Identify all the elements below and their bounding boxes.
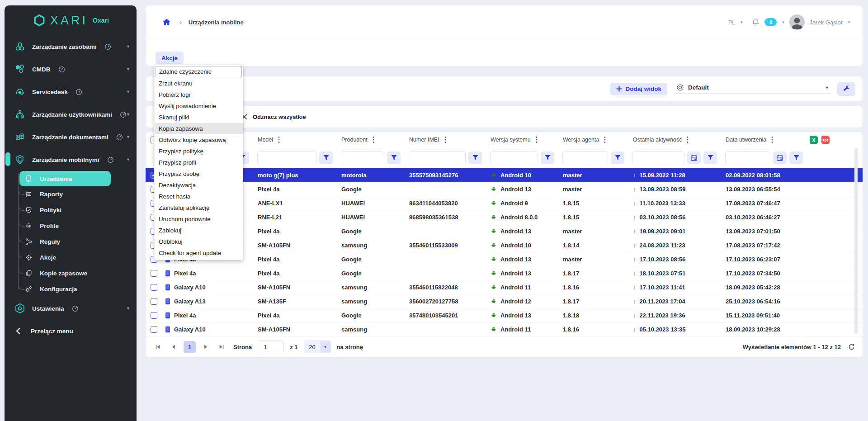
column-menu-icon[interactable] xyxy=(373,136,374,143)
actions-menu-item[interactable]: Zablokuj xyxy=(155,225,243,236)
funnel-filter-button[interactable] xyxy=(319,151,333,164)
table-row[interactable]: Galaxy A10 SM-A105FN samsung 35546011582… xyxy=(146,280,863,294)
sidebar-group-item[interactable]: CMDB ▼ xyxy=(5,58,137,80)
table-row[interactable]: Galaxy A13 SM-A135F samsung 356002720127… xyxy=(146,294,863,308)
funnel-filter-button[interactable] xyxy=(611,151,624,164)
funnel-filter-button[interactable] xyxy=(387,151,401,164)
last-page-button[interactable] xyxy=(216,341,227,353)
home-icon[interactable] xyxy=(162,18,171,27)
column-filter-input[interactable] xyxy=(341,151,384,164)
column-header[interactable]: Model xyxy=(255,136,338,143)
funnel-filter-button[interactable] xyxy=(703,151,717,164)
row-checkbox[interactable] xyxy=(151,312,157,319)
sidebar-group-item[interactable]: Zarządzanie użytkownikami ▼ xyxy=(5,103,137,126)
calendar-filter-button[interactable] xyxy=(687,151,701,164)
actions-menu-item[interactable]: Przypisz politykę xyxy=(155,146,243,157)
sidebar-group-item[interactable]: Zarządzanie dokumentami ▼ xyxy=(5,126,137,148)
column-header[interactable]: Wersja systemu xyxy=(487,136,560,143)
sidebar-sub-item[interactable]: Polityki xyxy=(5,202,137,218)
table-scrollbar[interactable] xyxy=(854,148,858,334)
table-row[interactable]: Pixel 4a Google Android 13 master ↑ 13.0… xyxy=(146,182,863,196)
table-row[interactable]: ✓ moto g(7) plus motorola 35557509314527… xyxy=(146,168,863,182)
add-view-button[interactable]: Dodaj widok xyxy=(610,83,667,95)
actions-menu-item[interactable]: Zdalne czyszczenie xyxy=(156,66,242,77)
breadcrumb-link[interactable]: Urządzenia mobilne xyxy=(189,19,244,26)
column-header[interactable]: Data utworzenia xyxy=(722,136,808,143)
table-row[interactable]: Pixel 4a Google Android 13 master ↑ 19.0… xyxy=(146,224,863,238)
column-menu-icon[interactable] xyxy=(444,136,446,143)
first-page-button[interactable] xyxy=(152,341,164,353)
sidebar-sub-item[interactable]: Akcje xyxy=(5,250,137,265)
sidebar-sub-item[interactable]: Urządzenia xyxy=(19,171,111,186)
export-excel-icon[interactable]: X xyxy=(809,135,818,144)
actions-menu-item[interactable]: Uruchom ponownie xyxy=(155,213,243,225)
calendar-filter-button[interactable] xyxy=(773,151,787,164)
actions-menu-item[interactable]: Odtwórz kopię zapasową xyxy=(155,134,243,146)
column-filter-input[interactable] xyxy=(409,151,466,164)
actions-menu-item[interactable]: Zrzut ekranu xyxy=(155,78,243,89)
column-menu-icon[interactable] xyxy=(687,136,689,143)
column-filter-input[interactable] xyxy=(632,151,684,164)
actions-button[interactable]: Akcje xyxy=(156,52,184,64)
actions-menu-item[interactable]: Odblokuj xyxy=(155,236,243,247)
funnel-filter-button[interactable] xyxy=(789,151,803,164)
brand-logo[interactable]: XARI Oxari xyxy=(5,5,137,35)
table-row[interactable]: Pixel 4a Pixel 4a Google Android 13 mast… xyxy=(146,252,863,266)
column-filter-input[interactable] xyxy=(725,151,770,164)
sidebar-sub-item[interactable]: Kopie zapasowe xyxy=(5,265,137,281)
column-filter-input[interactable] xyxy=(257,151,316,164)
actions-menu-item[interactable]: Przypisz osobę xyxy=(155,168,243,180)
actions-menu-item[interactable]: Pobierz logi xyxy=(155,89,243,100)
actions-menu-item[interactable]: Zainstaluj aplikację xyxy=(155,202,243,213)
column-header[interactable]: Ostatnia aktywność xyxy=(630,136,722,143)
row-checkbox[interactable] xyxy=(151,270,157,277)
funnel-filter-button[interactable] xyxy=(541,151,554,164)
actions-menu-item[interactable]: Kopia zapasowa xyxy=(155,123,243,134)
table-row[interactable]: Pixel 4a Pixel 4a Google Android 13 1.8.… xyxy=(146,266,863,280)
column-header[interactable]: Produdent xyxy=(338,136,406,143)
sidebar-sub-item[interactable]: Konfiguracja xyxy=(5,281,137,297)
page-number-input[interactable] xyxy=(258,341,284,353)
export-pdf-icon[interactable]: PDF xyxy=(821,135,830,144)
view-select[interactable]: Default ▼ xyxy=(674,84,831,94)
language-selector[interactable]: PL xyxy=(728,19,736,26)
view-settings-button[interactable] xyxy=(837,82,855,96)
table-row[interactable]: Pixel 4a Pixel 4a Google 357480103545201… xyxy=(146,308,863,322)
column-header[interactable]: Numer IMEI xyxy=(406,136,487,143)
sidebar-toggle-menu[interactable]: Przełącz menu xyxy=(5,320,137,342)
actions-menu-item[interactable]: Wyślij powiadomienie xyxy=(155,100,243,112)
row-checkbox[interactable] xyxy=(151,298,157,305)
table-row[interactable]: Galaxy A10 SM-A105FN samsung Android 11 … xyxy=(146,322,863,336)
page-size-select[interactable]: 20 ▼ xyxy=(304,341,331,353)
actions-menu-item[interactable]: Dezaktywacja xyxy=(155,180,243,191)
user-caret-icon[interactable]: ▼ xyxy=(847,20,851,24)
row-checkbox[interactable] xyxy=(151,284,157,291)
row-checkbox[interactable] xyxy=(151,326,157,333)
column-menu-icon[interactable] xyxy=(604,136,606,143)
column-menu-icon[interactable] xyxy=(536,136,538,143)
sidebar-sub-item[interactable]: Raporty xyxy=(5,186,137,202)
table-row[interactable]: RNE-L21 HUAWEI 868598035361538 Android 8… xyxy=(146,210,863,224)
funnel-filter-button[interactable] xyxy=(468,151,482,164)
table-row[interactable]: SM-A105FN samsung 355460115533009 Androi… xyxy=(146,238,863,252)
actions-menu-item[interactable]: Check for agent update xyxy=(155,247,243,259)
notification-caret-icon[interactable]: ▼ xyxy=(781,20,785,24)
sidebar-group-item[interactable]: Ustawienia ▼ xyxy=(5,297,137,320)
bell-icon[interactable] xyxy=(751,18,760,27)
prev-page-button[interactable] xyxy=(168,341,179,353)
refresh-icon[interactable] xyxy=(848,343,855,351)
column-menu-icon[interactable] xyxy=(278,136,280,143)
user-avatar[interactable] xyxy=(789,14,805,30)
sidebar-group-item[interactable]: Servicedesk ▼ xyxy=(5,80,137,103)
column-menu-icon[interactable] xyxy=(771,136,773,143)
column-filter-input[interactable] xyxy=(562,151,608,164)
next-page-button[interactable] xyxy=(200,341,212,353)
sidebar-group-item[interactable]: Zarządzanie zasobami ▼ xyxy=(5,35,137,58)
deselect-all[interactable]: Odznacz wszystkie xyxy=(241,114,306,120)
actions-menu-item[interactable]: Skanuj pliki xyxy=(155,112,243,123)
actions-menu-item[interactable]: Przypisz profil xyxy=(155,157,243,168)
current-page-button[interactable]: 1 xyxy=(184,341,196,353)
sidebar-sub-item[interactable]: Reguły xyxy=(5,234,137,250)
sidebar-group-item[interactable]: Zarządzanie mobilnymi ▼ xyxy=(5,148,137,171)
table-row[interactable]: ANE-LX1 HUAWEI 863411044053820 Android 9… xyxy=(146,196,863,210)
